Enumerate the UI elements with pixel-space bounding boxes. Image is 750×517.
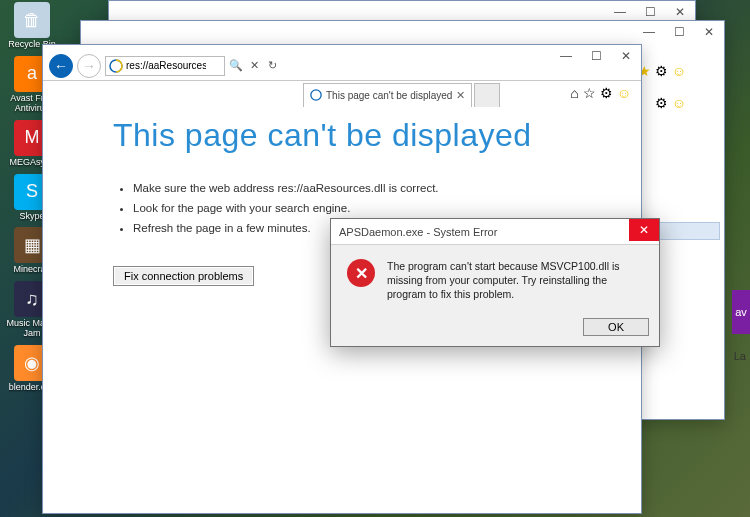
dialog-close-button[interactable]: ✕ [629,219,659,241]
page-title: This page can't be displayed [113,117,571,154]
maximize-button[interactable]: ☐ [664,21,694,43]
dialog-title-bar[interactable]: APSDaemon.exe - System Error [331,219,659,245]
close-button[interactable]: ✕ [694,21,724,43]
minimize-button[interactable]: — [551,45,581,67]
forward-button[interactable]: → [77,54,101,78]
ie-icon [108,58,124,74]
dialog-title: APSDaemon.exe - System Error [339,226,497,238]
window-controls: — ☐ ✕ [551,45,641,67]
gear-icon[interactable]: ⚙ [600,85,613,101]
window-controls: — ☐ ✕ [634,21,724,43]
ie-tab-strip: This page can't be displayed ✕ [299,81,521,107]
system-error-dialog[interactable]: APSDaemon.exe - System Error ✕ ✕ The pro… [330,218,660,347]
smiley-icon[interactable]: ☺ [617,85,631,101]
error-bullet: Make sure the web address res://aaResour… [133,182,571,194]
url-input[interactable] [126,60,206,71]
favorites-bar-row2: ⚙ ☺ [655,95,686,111]
stop-icon[interactable]: ✕ [247,59,261,73]
ok-button[interactable]: OK [583,318,649,336]
refresh-icon[interactable]: ↻ [265,59,279,73]
maximize-button[interactable]: ☐ [581,45,611,67]
smiley-icon[interactable]: ☺ [672,95,686,111]
home-icon[interactable]: ⌂ [570,85,578,101]
avast-side-widget[interactable]: av [732,290,750,334]
star-icon[interactable]: ☆ [583,85,596,101]
gear-icon[interactable]: ⚙ [655,95,668,111]
address-bar[interactable] [105,56,225,76]
dialog-body: ✕ The program can't start because MSVCP1… [331,245,659,312]
error-icon: ✕ [347,259,375,287]
side-label: La [734,350,746,362]
svg-point-1 [311,89,321,99]
minimize-button[interactable]: — [634,21,664,43]
tab-label: This page can't be displayed [326,90,452,101]
ie-icon [310,89,322,103]
error-bullet: Look for the page with your search engin… [133,202,571,214]
back-button[interactable]: ← [49,54,73,78]
desktop-icon-recycle-bin[interactable]: 🗑Recycle Bin [2,2,62,50]
dialog-message: The program can't start because MSVCP100… [387,259,643,302]
tab-close-icon[interactable]: ✕ [456,89,465,102]
search-icon[interactable]: 🔍 [229,59,243,73]
favorites-bar: ⌂ ☆ ⚙ ☺ [570,85,631,101]
new-tab-button[interactable] [474,83,500,107]
close-button[interactable]: ✕ [611,45,641,67]
gear-icon[interactable]: ⚙ [655,63,668,79]
tab-error-page[interactable]: This page can't be displayed ✕ [303,83,472,107]
smiley-icon[interactable]: ☺ [672,63,686,79]
fix-connection-button[interactable]: Fix connection problems [113,266,254,286]
